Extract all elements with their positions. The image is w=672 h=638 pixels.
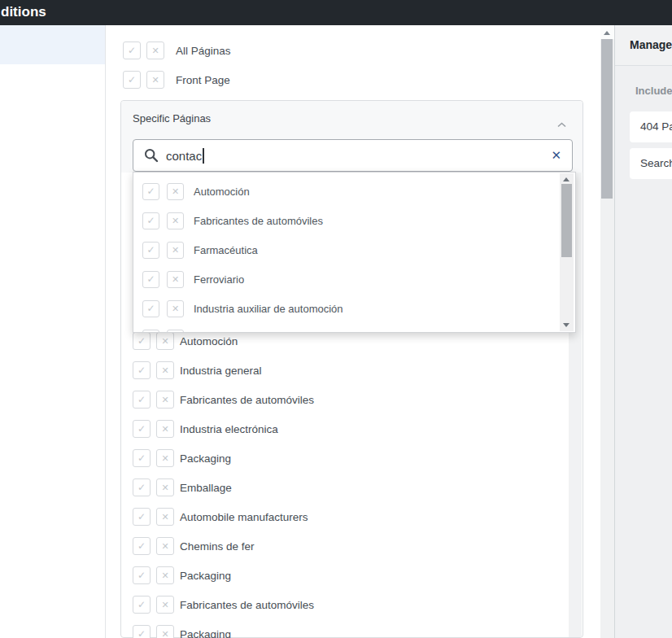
cross-icon: ✕ <box>172 304 179 313</box>
exclude-checkbox[interactable]: ✕ <box>156 332 174 350</box>
condition-row: ✓ ✕ Farmacéutica <box>142 235 343 264</box>
condition-row: ✓ ✕ Industria auxiliar de automoción <box>142 294 343 323</box>
cross-icon: ✕ <box>161 571 168 580</box>
page-scrollbar-thumb[interactable] <box>601 39 613 199</box>
condition-label: Industria auxiliar de automoción <box>194 303 343 315</box>
condition-label: Packaging <box>180 570 231 582</box>
chevron-up-icon[interactable] <box>557 116 566 131</box>
condition-label: Emballage <box>180 482 232 494</box>
include-checkbox[interactable]: ✓ <box>142 183 159 200</box>
condition-row: ✓ ✕ Packaging <box>133 444 314 473</box>
cross-icon: ✕ <box>161 513 168 522</box>
scroll-down-arrow-icon[interactable] <box>563 323 569 327</box>
cross-icon: ✕ <box>161 425 168 434</box>
include-checkbox[interactable]: ✓ <box>133 625 151 638</box>
exclude-checkbox[interactable]: ✕ <box>156 566 174 584</box>
include-checkbox[interactable]: ✓ <box>142 300 159 317</box>
condition-row: ✓ ✕ Ferroviario <box>142 264 343 294</box>
condition-card-search[interactable]: Search <box>630 148 672 179</box>
sidebar-item-selected[interactable] <box>0 25 105 64</box>
include-checkbox[interactable]: ✓ <box>142 242 159 259</box>
page-scrollbar-button[interactable] <box>600 25 614 39</box>
condition-label: Packaging <box>180 628 231 638</box>
condition-label: Front Page <box>176 74 230 86</box>
condition-label: Automoción <box>194 186 250 198</box>
exclude-checkbox[interactable]: ✕ <box>146 42 164 59</box>
scroll-up-arrow-icon[interactable] <box>604 31 610 35</box>
exclude-checkbox[interactable]: ✕ <box>156 420 174 438</box>
cross-icon: ✕ <box>161 542 168 551</box>
dropdown-scrollbar-thumb[interactable] <box>561 184 572 257</box>
condition-label: Automoción <box>180 335 238 347</box>
modal-title: ditions <box>1 0 46 24</box>
condition-label: Farmacéutica <box>194 244 258 256</box>
exclude-checkbox[interactable]: ✕ <box>146 71 164 89</box>
cross-icon: ✕ <box>161 483 168 492</box>
exclude-checkbox[interactable]: ✕ <box>156 537 174 555</box>
cross-icon: ✕ <box>161 366 168 375</box>
exclude-checkbox[interactable]: ✕ <box>167 242 184 259</box>
include-checkbox[interactable]: ✓ <box>133 508 151 526</box>
cross-icon: ✕ <box>172 187 179 196</box>
condition-row: ✓ ✕ All Páginas <box>123 36 231 65</box>
exclude-checkbox[interactable]: ✕ <box>167 271 184 288</box>
include-checkbox[interactable]: ✓ <box>133 332 151 350</box>
include-checkbox[interactable]: ✓ <box>142 212 159 229</box>
check-icon: ✓ <box>128 75 136 85</box>
condition-label: Fabricantes de automóviles <box>180 599 314 611</box>
modal-header-bar: ditions <box>0 0 672 25</box>
include-checkbox[interactable]: ✓ <box>133 391 151 409</box>
exclude-checkbox[interactable]: ✕ <box>167 330 184 334</box>
exclude-checkbox[interactable]: ✕ <box>156 596 174 614</box>
exclude-checkbox[interactable]: ✕ <box>156 625 174 638</box>
check-icon: ✓ <box>146 274 155 284</box>
exclude-checkbox[interactable]: ✕ <box>156 391 174 409</box>
cross-icon: ✕ <box>151 46 159 55</box>
condition-row: ✓ ✕ Packaging <box>133 561 314 590</box>
search-input-value: contac <box>166 149 202 163</box>
condition-label: Industria general <box>180 365 262 377</box>
check-icon: ✓ <box>137 600 146 610</box>
exclude-checkbox[interactable]: ✕ <box>167 212 184 229</box>
exclude-checkbox[interactable]: ✕ <box>167 183 184 200</box>
include-checkbox[interactable]: ✓ <box>133 420 151 438</box>
cross-icon: ✕ <box>172 246 179 255</box>
include-checkbox[interactable]: ✓ <box>142 330 159 334</box>
manage-panel: Manage Include 404 Page Search <box>614 25 672 638</box>
include-checkbox[interactable]: ✓ <box>123 71 141 89</box>
condition-label: Automobile manufacturers <box>180 511 308 523</box>
condition-label: Fabricantes de automóviles <box>180 394 314 406</box>
exclude-checkbox[interactable]: ✕ <box>156 449 174 467</box>
condition-label: Industria electrónica <box>180 423 278 435</box>
check-icon: ✓ <box>146 304 155 313</box>
exclude-checkbox[interactable]: ✕ <box>156 508 174 526</box>
include-checkbox[interactable]: ✓ <box>123 42 141 59</box>
dropdown-scrollbar[interactable] <box>560 173 574 331</box>
include-checkbox[interactable]: ✓ <box>133 596 151 614</box>
cross-icon: ✕ <box>161 337 168 346</box>
scroll-up-arrow-icon[interactable] <box>563 177 569 181</box>
page-scrollbar[interactable] <box>600 25 614 638</box>
include-checkbox[interactable]: ✓ <box>133 478 151 496</box>
exclude-checkbox[interactable]: ✕ <box>156 478 174 496</box>
page-search-input[interactable]: contac ✕ <box>133 139 573 172</box>
condition-row: ✓ ✕ <box>142 323 343 333</box>
check-icon: ✓ <box>137 336 146 346</box>
check-icon: ✓ <box>137 570 146 580</box>
exclude-checkbox[interactable]: ✕ <box>156 361 174 379</box>
include-checkbox[interactable]: ✓ <box>133 361 151 379</box>
exclude-checkbox[interactable]: ✕ <box>167 300 184 317</box>
cross-icon: ✕ <box>161 601 168 610</box>
clear-search-icon[interactable]: ✕ <box>551 148 561 163</box>
condition-row: ✓ ✕ Fabricantes de automóviles <box>133 590 314 619</box>
include-checkbox[interactable]: ✓ <box>133 566 151 584</box>
condition-card-404[interactable]: 404 Page <box>630 111 672 142</box>
include-checkbox[interactable]: ✓ <box>133 449 151 467</box>
include-checkbox[interactable]: ✓ <box>133 537 151 555</box>
include-checkbox[interactable]: ✓ <box>142 271 159 288</box>
search-results-list: ✓ ✕ Automoción ✓ ✕ Fabricantes de automó… <box>142 177 343 333</box>
cross-icon: ✕ <box>161 630 168 638</box>
specific-pages-title: Specific Páginas <box>133 112 211 125</box>
cross-icon: ✕ <box>172 275 179 284</box>
pages-list: ✓ ✕ Automoción ✓ ✕ Industria general ✓ ✕… <box>133 326 314 638</box>
